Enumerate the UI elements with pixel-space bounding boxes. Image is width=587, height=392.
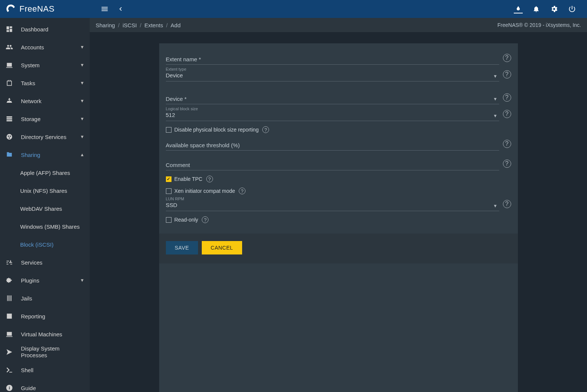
help-icon[interactable]: ?	[239, 188, 245, 194]
sidebar-item-dashboard[interactable]: Dashboard	[0, 20, 90, 38]
sidebar-label: Storage	[21, 116, 72, 122]
jails-icon	[5, 294, 13, 302]
sidebar-sub-webdav[interactable]: WebDAV Shares	[0, 200, 90, 217]
chevron-down-icon: ▼	[80, 116, 84, 121]
sidebar-label: Guide	[21, 385, 84, 391]
sidebar-sub-iscsi[interactable]: Block (iSCSI)	[0, 235, 90, 253]
checkbox-label: Disable physical block size reporting	[174, 127, 259, 133]
logo-icon	[5, 3, 16, 15]
help-icon[interactable]: ?	[503, 140, 511, 148]
enable-tpc-checkbox[interactable]	[166, 176, 172, 182]
field-label: Extent name *	[166, 56, 201, 62]
comment-field[interactable]: Comment	[166, 157, 499, 170]
svg-text:i: i	[9, 385, 10, 390]
shell-icon	[5, 366, 13, 374]
sidebar-sub-label: WebDAV Shares	[20, 206, 62, 212]
notifications-icon[interactable]	[532, 4, 541, 13]
help-icon[interactable]: ?	[503, 70, 511, 78]
tasks-icon	[5, 79, 13, 87]
accounts-icon	[5, 43, 13, 51]
sidebar-label: Sharing	[21, 152, 72, 158]
sidebar-item-system[interactable]: System ▼	[0, 56, 90, 74]
sidebar-sub-nfs[interactable]: Unix (NFS) Shares	[0, 182, 90, 200]
sidebar-label: Accounts	[21, 44, 72, 50]
breadcrumb-add[interactable]: Add	[171, 22, 181, 28]
sidebar-item-vms[interactable]: Virtual Machines	[0, 325, 90, 343]
form-footer: SAVE CANCEL	[159, 234, 518, 263]
sidebar-item-shell[interactable]: Shell	[0, 361, 90, 379]
help-icon[interactable]: ?	[202, 216, 208, 223]
help-icon[interactable]: ?	[206, 176, 213, 182]
cancel-button[interactable]: CANCEL	[202, 241, 242, 254]
breadcrumb-sharing[interactable]: Sharing	[96, 22, 115, 28]
brand: FreeNAS	[0, 3, 90, 15]
form-card: Extent name * ? Extent type Device ▼ ?	[159, 43, 518, 392]
sidebar-item-services[interactable]: Services	[0, 253, 90, 271]
sidebar-label: Reporting	[21, 313, 84, 320]
theme-icon[interactable]	[514, 4, 523, 13]
extent-name-field[interactable]: Extent name *	[166, 51, 499, 65]
chevron-down-icon: ▼	[80, 44, 84, 50]
save-button[interactable]: SAVE	[166, 241, 198, 254]
sidebar-sub-label: Apple (AFP) Shares	[20, 170, 70, 176]
menu-icon[interactable]	[100, 4, 109, 13]
extent-type-select[interactable]: Extent type Device ▼	[166, 67, 499, 81]
help-icon[interactable]: ?	[262, 126, 269, 133]
topbar-right	[514, 4, 587, 13]
settings-icon[interactable]	[550, 4, 559, 13]
breadcrumb-extents[interactable]: Extents	[144, 22, 163, 28]
breadcrumb-iscsi[interactable]: iSCSI	[123, 22, 137, 28]
sidebar-item-storage[interactable]: Storage ▼	[0, 110, 90, 128]
help-icon[interactable]: ?	[503, 160, 511, 168]
help-icon[interactable]: ?	[503, 200, 511, 208]
disable-pbs-checkbox[interactable]	[166, 127, 172, 133]
threshold-field[interactable]: Available space threshold (%)	[166, 137, 499, 151]
breadcrumb: Sharing / iSCSI / Extents / Add FreeNAS®…	[90, 18, 587, 32]
reporting-icon	[5, 312, 13, 320]
sidebar-sub-label: Windows (SMB) Shares	[20, 223, 80, 230]
help-icon[interactable]: ?	[503, 93, 511, 102]
back-icon[interactable]	[116, 4, 125, 13]
sidebar-item-guide[interactable]: i Guide	[0, 379, 90, 392]
sidebar-label: Tasks	[21, 80, 72, 86]
sidebar-label: Display System Processes	[21, 345, 84, 359]
sidebar-label: Network	[21, 98, 72, 104]
sidebar-label: Shell	[21, 367, 84, 373]
sidebar-item-sharing[interactable]: Sharing ▲	[0, 146, 90, 164]
field-label: Extent type	[166, 67, 186, 71]
network-icon	[5, 97, 13, 105]
power-icon[interactable]	[568, 4, 577, 13]
sidebar-item-plugins[interactable]: Plugins ▼	[0, 271, 90, 289]
sharing-icon	[5, 151, 13, 159]
sidebar-item-tasks[interactable]: Tasks ▼	[0, 74, 90, 92]
sidebar-sub-label: Unix (NFS) Shares	[20, 188, 67, 194]
help-icon[interactable]: ?	[503, 110, 511, 118]
field-label: Comment	[166, 162, 190, 168]
sidebar-item-processes[interactable]: Display System Processes	[0, 343, 90, 361]
xen-compat-checkbox[interactable]	[166, 188, 172, 194]
sidebar-item-network[interactable]: Network ▼	[0, 92, 90, 110]
svg-point-3	[9, 138, 10, 139]
field-label: Logical block size	[166, 107, 198, 111]
directory-icon	[5, 133, 13, 141]
sidebar-item-jails[interactable]: Jails	[0, 289, 90, 307]
logical-block-size-select[interactable]: Logical block size 512 ▼	[166, 107, 499, 121]
device-select[interactable]: Device * ▼	[166, 90, 499, 104]
chevron-up-icon: ▲	[80, 152, 84, 157]
sidebar-sub-smb[interactable]: Windows (SMB) Shares	[0, 217, 90, 235]
svg-point-1	[8, 136, 9, 137]
processes-icon	[5, 348, 13, 356]
field-value: SSD	[166, 202, 499, 209]
sidebar-sub-afp[interactable]: Apple (AFP) Shares	[0, 164, 90, 182]
sidebar-item-reporting[interactable]: Reporting	[0, 307, 90, 325]
sidebar-item-directory-services[interactable]: Directory Services ▼	[0, 128, 90, 146]
chevron-down-icon: ▼	[80, 134, 84, 139]
readonly-checkbox[interactable]	[166, 217, 172, 223]
topbar: FreeNAS	[0, 0, 587, 18]
copyright: FreeNAS® © 2019 - iXsystems, Inc.	[497, 22, 581, 28]
chevron-down-icon: ▼	[80, 98, 84, 104]
lun-rpm-select[interactable]: LUN RPM SSD ▼	[166, 197, 499, 211]
sidebar: Dashboard Accounts ▼ System ▼ Tasks ▼ Ne…	[0, 18, 90, 392]
sidebar-item-accounts[interactable]: Accounts ▼	[0, 38, 90, 56]
help-icon[interactable]: ?	[503, 54, 511, 62]
